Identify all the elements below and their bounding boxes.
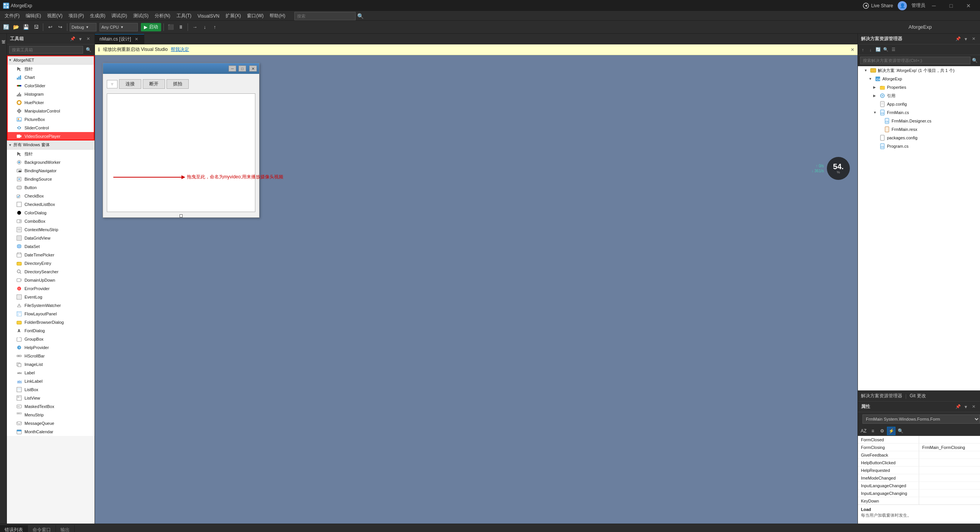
toolbox-item-huepicker[interactable]: HuePicker	[7, 98, 95, 107]
toolbox-item-pointer1[interactable]: 指针	[7, 65, 95, 73]
prop-row-imemodechanged[interactable]: ImeModeChanged	[858, 474, 980, 482]
toolbar-new[interactable]: 🔄	[2, 23, 11, 32]
toolbox-item-hscrollbar[interactable]: HScrollBar	[7, 352, 95, 360]
toolbox-item-linklabel[interactable]: abc LinkLabel	[7, 377, 95, 385]
toolbar-step-into[interactable]: ↓	[200, 23, 209, 32]
props-events-view[interactable]: ⚡	[887, 427, 895, 435]
toolbar-undo[interactable]: ↩	[46, 23, 55, 32]
toolbar-step-out[interactable]: ↑	[210, 23, 219, 32]
form-window[interactable]: ─ □ ✕ ▼ 连接 断开 抓拍	[103, 63, 260, 218]
form-minimize[interactable]: ─	[229, 65, 236, 72]
menu-view[interactable]: 视图(V)	[44, 11, 65, 21]
props-close[interactable]: ✕	[970, 403, 977, 410]
toolbar-save-all[interactable]: 🖫	[31, 23, 41, 32]
menu-tools[interactable]: 工具(T)	[173, 11, 194, 21]
toolbox-item-label[interactable]: abc Label	[7, 369, 95, 377]
info-banner-close[interactable]: ✕	[851, 47, 854, 52]
prop-row-helpbuttonclicked[interactable]: HelpButtonClicked	[858, 459, 980, 467]
toolbox-item-imagelist[interactable]: ImageList	[7, 360, 95, 369]
toolbox-pin[interactable]: 📌	[69, 36, 76, 42]
menu-build[interactable]: 生成(B)	[87, 11, 108, 21]
disconnect-btn[interactable]: 断开	[143, 79, 165, 89]
toolbox-item-contextmenu[interactable]: ContextMenuStrip	[7, 225, 95, 234]
minimize-btn[interactable]: ─	[925, 0, 942, 11]
bottom-tab-output[interactable]: 输出	[56, 525, 75, 532]
sol-item-frmmain[interactable]: ▼ cs FrmMain.cs	[858, 108, 980, 117]
resize-handle-bottom[interactable]	[180, 214, 183, 217]
toolbox-item-menustrip[interactable]: MenuStrip	[7, 411, 95, 419]
toolbox-item-helpprovider[interactable]: ? HelpProvider	[7, 343, 95, 352]
toolbar-open[interactable]: 📂	[11, 23, 21, 32]
toolbox-item-messagequeue[interactable]: MessageQueue	[7, 419, 95, 428]
prop-row-keydown[interactable]: KeyDown	[858, 497, 980, 504]
platform-dropdown[interactable]: Any CPU ▼	[100, 23, 138, 31]
toolbox-item-eventlog[interactable]: EventLog	[7, 293, 95, 301]
menu-file[interactable]: 文件(F)	[2, 11, 23, 21]
toolbox-item-bindingnav[interactable]: ◀▶ BindingNavigator	[7, 166, 95, 175]
toolbox-item-histogram[interactable]: Histogram	[7, 90, 95, 98]
props-sort-category[interactable]: ≡	[869, 427, 877, 435]
user-avatar[interactable]: 👤	[898, 1, 907, 10]
toolbox-item-manipulator[interactable]: ManipulatorControl	[7, 107, 95, 115]
sol-btn3[interactable]: 🔄	[875, 46, 882, 53]
toolbar-save[interactable]: 💾	[21, 23, 31, 32]
sol-item-solution[interactable]: ▼ 解决方案 'AforgeExp' (1 个项目，共 1 个)	[858, 66, 980, 75]
debug-config-dropdown[interactable]: Debug ▼	[70, 23, 96, 31]
prop-row-helprequested[interactable]: HelpRequested	[858, 467, 980, 474]
toolbox-item-combobox[interactable]: ComboBox	[7, 217, 95, 225]
toolbar-step-over[interactable]: →	[190, 23, 199, 32]
prop-row-formclosing[interactable]: FormClosing FrmMain_FormClosing	[858, 444, 980, 451]
info-banner-link1[interactable]: 帮我决定	[171, 46, 189, 53]
toolbox-item-picturebox[interactable]: PictureBox	[7, 115, 95, 124]
sol-item-packages[interactable]: ▶ packages.config	[858, 134, 980, 142]
form-maximize[interactable]: □	[238, 65, 246, 72]
toolbox-item-fontdialog[interactable]: A FontDialog	[7, 326, 95, 335]
solution-pin[interactable]: 📌	[955, 36, 962, 42]
toolbox-item-colordialog[interactable]: ColorDialog	[7, 209, 95, 217]
toolbox-item-direntry[interactable]: DirectoryEntry	[7, 259, 95, 268]
connect-btn[interactable]: 连接	[119, 79, 141, 89]
solution-search-input[interactable]	[860, 57, 970, 64]
run-button[interactable]: ▶ 启动	[141, 23, 161, 31]
capture-btn[interactable]: 抓拍	[167, 79, 189, 89]
toolbox-item-flowlayout[interactable]: FlowLayoutPanel	[7, 310, 95, 318]
toolbox-search-btn[interactable]: 🔍	[85, 46, 92, 54]
sol-item-frmmain-resx[interactable]: ▶ FrmMain.resx	[858, 125, 980, 134]
live-share-btn[interactable]: Live Share	[863, 3, 893, 9]
aforge-group-header[interactable]: ▼ AforgeNET	[7, 55, 95, 65]
toolbox-item-bindingsource[interactable]: BindingSource	[7, 175, 95, 183]
toolbox-item-colorslider[interactable]: ColorSlider	[7, 82, 95, 90]
toolbox-close[interactable]: ✕	[85, 36, 91, 42]
toolbar-redo[interactable]: ↪	[56, 23, 65, 32]
toolbox-item-maskedtextbox[interactable]: MaskedTextBox	[7, 402, 95, 411]
toolbox-item-bgworker[interactable]: BackgroundWorker	[7, 158, 95, 166]
search-icon[interactable]: 🔍	[357, 13, 364, 19]
git-tab[interactable]: Git 更改	[910, 393, 926, 399]
menu-test[interactable]: 测试(S)	[130, 11, 152, 21]
props-selector[interactable]: FrmMain System.Windows.Forms.Form	[862, 415, 980, 424]
menu-debug[interactable]: 调试(D)	[108, 11, 130, 21]
toolbox-item-datetimepicker[interactable]: DateTimePicker	[7, 251, 95, 259]
menu-project[interactable]: 项目(P)	[65, 11, 87, 21]
close-btn[interactable]: ✕	[960, 0, 977, 11]
sol-item-references[interactable]: ▶ 引用	[858, 91, 980, 100]
toolbox-item-chart[interactable]: Chart	[7, 73, 95, 82]
menu-help[interactable]: 帮助(H)	[266, 11, 288, 21]
toolbox-search-input[interactable]	[9, 46, 83, 54]
solution-manager-tab[interactable]: 解决方案资源管理器	[861, 393, 902, 399]
props-pin[interactable]: 📌	[955, 403, 962, 410]
toolbox-item-groupbox[interactable]: GroupBox	[7, 335, 95, 343]
form-source-dropdown[interactable]: ▼	[107, 80, 118, 88]
toolbox-item-errorprovider[interactable]: ! ErrorProvider	[7, 284, 95, 293]
sol-item-program[interactable]: ▶ cs Program.cs	[858, 142, 980, 150]
sol-btn1[interactable]: ↑	[859, 46, 866, 53]
toolbox-item-listbox[interactable]: ListBox	[7, 385, 95, 394]
toolbox-item-pointer2[interactable]: 指针	[7, 150, 95, 158]
menu-extensions[interactable]: 扩展(X)	[222, 11, 244, 21]
global-search[interactable]	[294, 12, 356, 20]
toolbox-item-slidercontrol[interactable]: SliderControl	[7, 124, 95, 132]
sol-btn4[interactable]: 🔍	[882, 46, 889, 53]
sol-btn2[interactable]: ↓	[867, 46, 874, 53]
prop-row-formclosed[interactable]: FormClosed	[858, 436, 980, 444]
sol-item-project[interactable]: ▼ C# AforgeExp	[858, 75, 980, 83]
